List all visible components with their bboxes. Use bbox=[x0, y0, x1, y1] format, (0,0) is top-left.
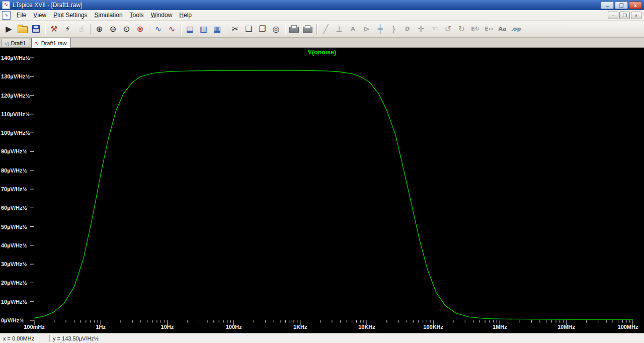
menu-simulation[interactable]: Simulation bbox=[91, 11, 126, 20]
x-axis-label[interactable]: 10MHz bbox=[557, 324, 575, 330]
mirror-button[interactable]: E↔ bbox=[482, 22, 496, 36]
y-axis-label[interactable]: 20µV/Hz½ bbox=[1, 280, 27, 286]
menu-plot-settings[interactable]: Plot Settings bbox=[50, 11, 91, 20]
drag-button[interactable]: ☜ bbox=[428, 22, 441, 36]
spice-directive-button[interactable]: .op bbox=[509, 22, 523, 36]
diode-button[interactable]: ⊳ bbox=[360, 22, 373, 36]
control-panel-icon: ⚒ bbox=[50, 25, 57, 33]
tab-draft1-raw[interactable]: ∿Draft1.raw bbox=[31, 38, 71, 48]
tile-vertically-icon: ▥ bbox=[200, 25, 207, 33]
zoom-back-icon: ⊖ bbox=[110, 25, 116, 33]
y-axis-label[interactable]: 70µV/Hz½ bbox=[1, 186, 27, 192]
ground-button[interactable]: ⊥ bbox=[333, 22, 346, 36]
halt-button[interactable]: ☝ bbox=[74, 22, 88, 36]
x-axis-label[interactable]: 100KHz bbox=[423, 324, 443, 330]
diode-icon: ⊳ bbox=[363, 25, 370, 33]
menu-tools[interactable]: Tools bbox=[126, 11, 147, 20]
onoise-curve[interactable] bbox=[34, 70, 633, 319]
save-button[interactable] bbox=[29, 22, 43, 36]
print-preview-icon bbox=[303, 27, 312, 33]
cascade-windows-button[interactable]: ▦ bbox=[210, 22, 224, 36]
y-axis-label[interactable]: 80µV/Hz½ bbox=[1, 167, 27, 174]
tab-label: Draft1.raw bbox=[41, 40, 67, 46]
app-icon: ∿ bbox=[2, 1, 10, 9]
window-controls: – ❐ × bbox=[601, 2, 642, 9]
status-bar: x = 0.00MHz y = 143.50µV/Hz½ bbox=[0, 333, 644, 343]
y-axis-label[interactable]: 0µV/Hz½ bbox=[1, 317, 24, 323]
y-axis-label[interactable]: 10µV/Hz½ bbox=[1, 299, 27, 305]
mirror-icon: E↔ bbox=[485, 26, 493, 32]
mdi-restore-button[interactable]: ❐ bbox=[619, 12, 630, 19]
run-simulation-icon: ⚡ bbox=[65, 25, 70, 33]
wire-icon: ╱ bbox=[324, 25, 329, 33]
y-axis-label[interactable]: 30µV/Hz½ bbox=[1, 261, 27, 267]
tile-horizontally-button[interactable]: ▤ bbox=[183, 22, 197, 36]
zoom-in-button[interactable]: ⊕ bbox=[93, 22, 106, 36]
text-button[interactable]: Aa bbox=[496, 22, 509, 36]
waveform-plot-area[interactable]: V(onoise) 0µV/Hz½10µV/Hz½20µV/Hz½30µV/Hz… bbox=[0, 48, 644, 333]
mdi-minimize-button[interactable]: – bbox=[608, 12, 618, 19]
autorange-y-axis-button[interactable]: ∿ bbox=[151, 22, 165, 36]
status-x-readout: x = 0.00MHz bbox=[0, 335, 49, 341]
undo-button[interactable]: ↺ bbox=[441, 22, 455, 36]
y-axis-label[interactable]: 90µV/Hz½ bbox=[1, 148, 27, 154]
tab-draft1[interactable]: ◁Draft1 bbox=[2, 39, 30, 47]
paste-button[interactable]: ❐ bbox=[256, 22, 269, 36]
menu-window[interactable]: Window bbox=[147, 11, 176, 20]
net-label-button[interactable]: A bbox=[346, 22, 360, 36]
rotate-button[interactable]: E↻ bbox=[468, 22, 482, 36]
print-preview-button[interactable] bbox=[301, 22, 314, 36]
copy-button[interactable]: ❏ bbox=[242, 22, 256, 36]
trace-title[interactable]: V(onoise) bbox=[308, 49, 336, 56]
wire-button[interactable]: ╱ bbox=[319, 22, 333, 36]
text-icon: Aa bbox=[499, 26, 507, 32]
find-button[interactable]: ◎ bbox=[269, 22, 283, 36]
mdi-window-controls: – ❐ × bbox=[608, 12, 643, 19]
open-button[interactable] bbox=[16, 22, 29, 36]
x-axis-label[interactable]: 10Hz bbox=[161, 324, 174, 330]
print-button[interactable] bbox=[287, 22, 301, 36]
y-axis-label[interactable]: 120µV/Hz½ bbox=[1, 93, 30, 99]
component-button[interactable]: D bbox=[400, 22, 414, 36]
window-title: LTspice XVII - [Draft1.raw] bbox=[13, 2, 83, 9]
menu-help[interactable]: Help bbox=[176, 11, 195, 20]
schematic-icon: ◁ bbox=[5, 41, 9, 46]
close-button[interactable]: × bbox=[629, 2, 642, 9]
zoom-full-extents-button[interactable]: ⊗ bbox=[133, 22, 147, 36]
run-simulation-button[interactable]: ⚡ bbox=[61, 22, 74, 36]
zoom-back-button[interactable]: ⊖ bbox=[106, 22, 120, 36]
minimize-button[interactable]: – bbox=[601, 2, 614, 9]
x-axis-label[interactable]: 10KHz bbox=[358, 324, 375, 330]
run-button[interactable]: ▶ bbox=[2, 22, 16, 36]
redo-button[interactable]: ↻ bbox=[455, 22, 468, 36]
y-axis-label[interactable]: 50µV/Hz½ bbox=[1, 224, 27, 230]
inductor-button[interactable]: } bbox=[387, 22, 400, 36]
y-axis-label[interactable]: 110µV/Hz½ bbox=[1, 111, 30, 117]
y-axis-label[interactable]: 40µV/Hz½ bbox=[1, 242, 27, 248]
y-axis-label[interactable]: 130µV/Hz½ bbox=[1, 73, 30, 79]
x-axis-label[interactable]: 100MHz bbox=[618, 324, 638, 330]
move-button[interactable]: ✛ bbox=[414, 22, 428, 36]
x-axis-label[interactable]: 1MHz bbox=[493, 324, 507, 330]
y-axis-label[interactable]: 140µV/Hz½ bbox=[1, 55, 30, 61]
toolbar: ▶⚒⚡☝⊕⊖⊙⊗∿∿▤▥▦✂❏❐◎╱⊥A⊳╪}D✛☜↺↻E↻E↔Aa.op bbox=[0, 21, 644, 38]
capacitor-button[interactable]: ╪ bbox=[373, 22, 387, 36]
zoom-out-button[interactable]: ⊙ bbox=[120, 22, 133, 36]
x-axis-label[interactable]: 100mHz bbox=[24, 324, 45, 330]
cut-button[interactable]: ✂ bbox=[228, 22, 242, 36]
plot-settings-button[interactable]: ∿ bbox=[165, 22, 179, 36]
x-axis-label[interactable]: 1Hz bbox=[96, 324, 106, 330]
x-axis-label[interactable]: 100Hz bbox=[226, 324, 242, 330]
restore-button[interactable]: ❐ bbox=[615, 2, 628, 9]
menu-file[interactable]: File bbox=[13, 11, 30, 20]
inductor-icon: } bbox=[391, 25, 396, 33]
control-panel-button[interactable]: ⚒ bbox=[47, 22, 61, 36]
y-axis-label[interactable]: 60µV/Hz½ bbox=[1, 205, 27, 211]
mdi-close-button[interactable]: × bbox=[631, 12, 641, 19]
x-axis-label[interactable]: 1KHz bbox=[293, 324, 307, 330]
plot-canvas[interactable] bbox=[0, 48, 644, 333]
menu-view[interactable]: View bbox=[30, 11, 50, 20]
toolbar-separator bbox=[316, 24, 317, 35]
y-axis-label[interactable]: 100µV/Hz½ bbox=[1, 130, 30, 136]
tile-vertically-button[interactable]: ▥ bbox=[197, 22, 210, 36]
